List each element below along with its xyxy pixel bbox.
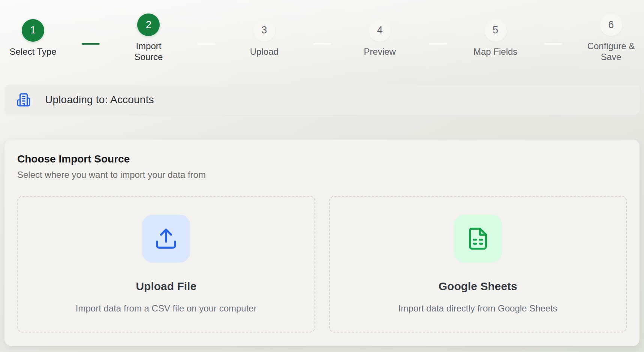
wizard-stepper: 1 Select Type 2 Import Source 3 Upload 4… <box>4 0 640 72</box>
option-description: Import data directly from Google Sheets <box>398 303 557 314</box>
spreadsheet-icon-tile <box>454 215 502 263</box>
google-sheets-option[interactable]: Google Sheets Import data directly from … <box>329 196 627 332</box>
step-number-badge: 6 <box>600 14 622 36</box>
import-source-options: Upload File Import data from a CSV file … <box>17 196 627 332</box>
uploading-to-banner: Uploading to: Accounts <box>4 85 640 115</box>
step-number-badge: 1 <box>22 19 44 42</box>
step-number-badge: 2 <box>137 14 160 36</box>
option-title: Google Sheets <box>439 280 517 293</box>
import-wizard-page: 1 Select Type 2 Import Source 3 Upload 4… <box>0 0 644 352</box>
step-connector <box>428 43 446 45</box>
step-number-badge: 4 <box>368 19 391 42</box>
step-configure-save[interactable]: 6 Configure & Save <box>583 14 640 62</box>
file-spreadsheet-icon <box>466 227 490 251</box>
step-connector <box>82 43 100 45</box>
upload-file-option[interactable]: Upload File Import data from a CSV file … <box>17 196 315 332</box>
step-label: Import Source <box>120 41 177 62</box>
step-map-fields[interactable]: 5 Map Fields <box>467 19 524 57</box>
step-label: Configure & Save <box>583 41 639 62</box>
step-upload[interactable]: 3 Upload <box>236 19 293 57</box>
choose-import-source-card: Choose Import Source Select where you wa… <box>4 140 640 346</box>
step-select-type[interactable]: 1 Select Type <box>4 19 61 57</box>
option-title: Upload File <box>136 280 196 293</box>
card-subtitle: Select where you want to import your dat… <box>17 170 627 180</box>
step-connector <box>313 43 331 45</box>
uploading-to-text: Uploading to: Accounts <box>45 94 154 106</box>
step-connector <box>197 43 215 45</box>
step-label: Map Fields <box>473 46 517 57</box>
step-label: Select Type <box>10 46 57 57</box>
step-label: Upload <box>250 46 279 57</box>
step-connector <box>544 43 562 45</box>
upload-icon <box>154 227 178 251</box>
step-import-source[interactable]: 2 Import Source <box>120 14 177 62</box>
step-number-badge: 3 <box>253 19 276 42</box>
building-icon <box>16 93 31 107</box>
upload-icon-tile <box>142 215 190 263</box>
step-label: Preview <box>364 46 396 57</box>
option-description: Import data from a CSV file on your comp… <box>76 303 257 314</box>
step-number-badge: 5 <box>484 19 507 42</box>
card-title: Choose Import Source <box>17 153 627 165</box>
step-preview[interactable]: 4 Preview <box>351 19 408 57</box>
